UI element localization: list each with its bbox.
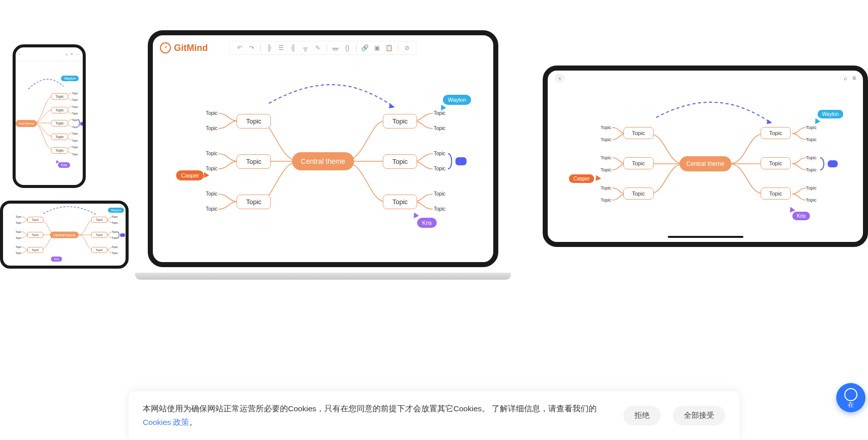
topic-node[interactable]: Topic — [623, 187, 654, 200]
sub-node[interactable]: Topic — [112, 245, 118, 248]
block-icon[interactable]: ⊘ — [403, 44, 411, 51]
topic-node[interactable]: Topic — [51, 147, 68, 154]
sub-node[interactable]: Topic — [206, 125, 217, 131]
sub-node[interactable]: Topic — [206, 206, 217, 212]
summary-chip[interactable] — [828, 160, 838, 167]
tablet-canvas[interactable]: Central theme Topic Topic Topic Topic To… — [548, 86, 863, 242]
phone-land-canvas[interactable]: Central theme Topic Topic Topic Topic To… — [3, 204, 126, 266]
sub-node[interactable]: Topic — [112, 221, 118, 224]
list-icon[interactable]: ≡ — [852, 75, 856, 82]
topic-node[interactable]: Topic — [761, 157, 791, 169]
back-icon[interactable]: ‹ — [19, 52, 20, 56]
clipboard-icon[interactable]: 📋 — [386, 44, 393, 51]
summary-chip[interactable] — [120, 233, 125, 237]
sub-node[interactable]: Topic — [112, 230, 118, 233]
mindmap-canvas[interactable]: Central theme Topic Topic Topic Topic To… — [153, 60, 493, 262]
sub-node[interactable]: Topic — [806, 125, 817, 130]
code-icon[interactable]: {} — [344, 44, 351, 51]
sub-node[interactable]: Topic — [806, 137, 817, 142]
central-node[interactable]: Central theme — [679, 156, 731, 171]
topic-node[interactable]: Topic — [91, 247, 107, 253]
search-icon[interactable]: ⌕ — [844, 75, 847, 82]
layout2-icon[interactable]: ☰ — [278, 44, 285, 51]
topic-node[interactable]: Topic — [623, 157, 654, 169]
sub-node[interactable]: Topic — [206, 110, 217, 116]
sub-node[interactable]: Topic — [72, 139, 78, 142]
central-node[interactable]: ntral theme — [16, 120, 37, 127]
sub-node[interactable]: Topic — [601, 167, 611, 172]
sub-node[interactable]: Topic — [434, 206, 445, 212]
cookie-reject-button[interactable]: 拒绝 — [623, 406, 661, 425]
summary-chip[interactable] — [80, 122, 85, 125]
sub-node[interactable]: Topic — [601, 155, 611, 160]
topic-node[interactable]: Topic — [761, 127, 791, 139]
topic-node[interactable]: Topic — [91, 232, 107, 238]
sub-node[interactable]: Topic — [72, 118, 78, 121]
topic-node[interactable]: Topic — [91, 217, 107, 223]
sub-node[interactable]: Topic — [72, 92, 78, 95]
sub-node[interactable]: Topic — [601, 198, 611, 203]
sub-node[interactable]: Topic — [72, 98, 78, 101]
list-icon[interactable]: ≡ — [71, 52, 73, 56]
sub-node[interactable]: Topic — [16, 221, 22, 224]
sub-node[interactable]: Topic — [16, 236, 22, 239]
sub-node[interactable]: Topic — [806, 167, 817, 172]
topic-node[interactable]: Topic — [383, 154, 417, 169]
sub-node[interactable]: Topic — [434, 191, 445, 197]
sub-node[interactable]: Topic — [72, 105, 78, 108]
sub-node[interactable]: Topic — [112, 236, 118, 239]
sub-node[interactable]: Topic — [434, 125, 445, 131]
search-icon[interactable]: ⌕ — [66, 52, 68, 56]
layout1-icon[interactable]: ╠ — [266, 44, 273, 51]
sub-node[interactable]: Topic — [72, 112, 78, 115]
sub-node[interactable]: Topic — [112, 215, 118, 218]
back-icon[interactable]: ‹ — [555, 73, 565, 83]
sub-node[interactable]: Topic — [16, 215, 22, 218]
sub-node[interactable]: Topic — [72, 132, 78, 135]
link-icon[interactable]: 🔗 — [362, 44, 369, 51]
topic-node[interactable]: Topic — [383, 195, 417, 209]
sub-node[interactable]: Topic — [16, 230, 22, 233]
topic-node[interactable]: Topic — [27, 232, 43, 238]
cookie-accept-button[interactable]: 全部接受 — [673, 406, 725, 425]
undo-icon[interactable]: ↶ — [236, 44, 243, 51]
sub-node[interactable]: Topic — [434, 151, 445, 156]
more-icon[interactable]: ⋯ — [76, 52, 80, 56]
sub-node[interactable]: Topic — [806, 185, 817, 191]
central-node[interactable]: Central theme — [50, 232, 79, 238]
sub-node[interactable]: Topic — [206, 166, 217, 171]
sub-node[interactable]: Topic — [72, 146, 78, 149]
sub-node[interactable]: Topic — [601, 185, 611, 191]
cookie-policy-link[interactable]: Cookies 政策 — [143, 418, 189, 426]
sub-node[interactable]: Topic — [16, 252, 22, 255]
sub-node[interactable]: Topic — [72, 153, 78, 156]
style-icon[interactable]: ᚄ — [332, 44, 339, 51]
layout3-icon[interactable]: ╣ — [290, 44, 297, 51]
sub-node[interactable]: Topic — [806, 155, 817, 160]
phone-canvas[interactable]: ntral theme Topic Topic Topic Topic Topi… — [16, 61, 83, 185]
layout5-icon[interactable]: ✎ — [314, 44, 321, 51]
topic-node[interactable]: Topic — [237, 195, 271, 209]
sub-node[interactable]: Topic — [112, 252, 118, 255]
sub-node[interactable]: Topic — [601, 125, 611, 130]
sub-node[interactable]: Topic — [16, 245, 22, 248]
sub-node[interactable]: Topic — [601, 137, 611, 142]
topic-node[interactable]: Topic — [383, 114, 417, 129]
image-icon[interactable]: ▣ — [374, 44, 381, 51]
topic-node[interactable]: Topic — [237, 154, 271, 169]
sub-node[interactable]: Topic — [434, 166, 445, 171]
chat-fab[interactable]: 在 — [836, 383, 865, 412]
redo-icon[interactable]: ↷ — [248, 44, 255, 51]
layout4-icon[interactable]: ╦ — [302, 44, 309, 51]
sub-node[interactable]: Topic — [72, 125, 78, 129]
topic-node[interactable]: Topic — [51, 134, 68, 140]
topic-node[interactable]: Topic — [27, 247, 43, 253]
topic-node[interactable]: Topic — [51, 120, 68, 127]
sub-node[interactable]: Topic — [206, 191, 217, 197]
topic-node[interactable]: Topic — [623, 127, 654, 139]
topic-node[interactable]: Topic — [27, 217, 43, 223]
topic-node[interactable]: Topic — [761, 187, 791, 200]
summary-chip[interactable] — [455, 157, 467, 165]
topic-node[interactable]: Topic — [51, 93, 68, 100]
sub-node[interactable]: Topic — [806, 198, 817, 203]
